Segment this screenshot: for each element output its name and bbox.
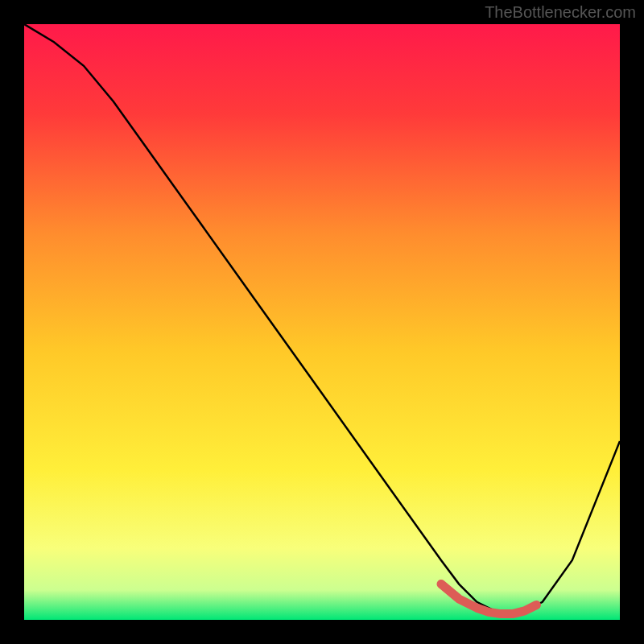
gradient-background [24, 24, 620, 620]
chart-svg [24, 24, 620, 620]
bottleneck-chart [24, 24, 620, 620]
watermark: TheBottlenecker.com [485, 3, 636, 22]
